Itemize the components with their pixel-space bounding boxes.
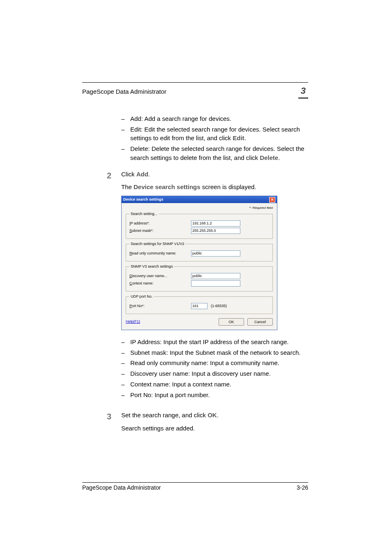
bullet-item: –IP Address: Input the start IP address … xyxy=(121,338,310,347)
label-read-community: Read only community name: xyxy=(129,251,191,256)
label-ip-address: IIP address*:P address*: xyxy=(129,221,191,226)
step-text: Set the search range, and click OK. xyxy=(121,411,310,420)
group-udp-port: UDP port No. Port No*: (1-65535) xyxy=(126,294,273,314)
page-number: 3-26 xyxy=(297,483,308,492)
step-number: 3 xyxy=(82,411,121,437)
ok-button[interactable]: OK xyxy=(219,318,244,326)
chapter-number: 3 xyxy=(298,84,308,99)
bullet-item: –Context name: Input a context name. xyxy=(121,380,310,389)
close-icon[interactable]: × xyxy=(269,197,275,203)
bullet-item: –Discovery user name: Input a discovery … xyxy=(121,369,310,378)
group-snmp-v1v2: Search settings for SNMP V1/V2 Read only… xyxy=(126,241,273,261)
read-community-field[interactable] xyxy=(191,250,240,257)
dialog-title: Device search settings xyxy=(123,196,164,203)
discovery-user-field[interactable] xyxy=(191,273,240,279)
step-text: Search settings are added. xyxy=(121,424,310,433)
group-search-setting: Search setting... IIP address*:P address… xyxy=(126,211,273,239)
bullet-item: –Port No: Input a port number. xyxy=(121,391,310,400)
bullet-item: –Read only community name: Input a commu… xyxy=(121,358,310,368)
required-note: *: Required field xyxy=(126,206,273,210)
label-context-name: Context name: xyxy=(129,281,191,286)
group-snmp-v3: SNMP V3 search settings Discovery user n… xyxy=(126,264,273,291)
bullet-item: – Add: Add a search range for devices. xyxy=(121,114,308,123)
ip-address-field[interactable] xyxy=(191,220,240,227)
port-no-field[interactable] xyxy=(191,303,208,309)
device-search-settings-dialog: Device search settings × *: Required fie… xyxy=(121,196,277,330)
context-name-field[interactable] xyxy=(191,280,240,287)
help-link[interactable]: Help(F1) xyxy=(126,319,140,324)
cancel-button[interactable]: Cancel xyxy=(247,318,273,326)
step-text: The Device search settings screen is dis… xyxy=(121,183,310,192)
label-discovery-user: Discovery user name... xyxy=(129,273,191,279)
step-text: Click Add. xyxy=(121,170,310,179)
label-subnet-mask: Subnet mask*: xyxy=(129,228,191,234)
bullet-item: – Delete: Delete the selected search ran… xyxy=(121,144,308,162)
subnet-mask-field[interactable] xyxy=(191,228,240,234)
footer-title: PageScope Data Administrator xyxy=(82,483,161,492)
port-range-hint: (1-65535) xyxy=(211,303,227,309)
label-port-no: Port No*: xyxy=(129,303,191,309)
header-title: PageScope Data Administrator xyxy=(82,87,166,96)
bullet-item: –Subnet mask: Input the Subnet mask of t… xyxy=(121,348,310,357)
bullet-item: – Edit: Edit the selected search range f… xyxy=(121,125,308,143)
step-number: 2 xyxy=(82,170,121,407)
